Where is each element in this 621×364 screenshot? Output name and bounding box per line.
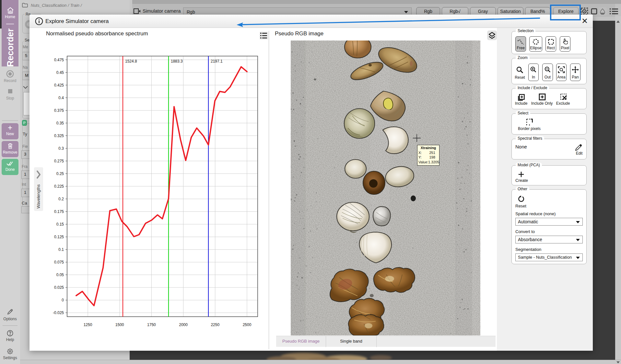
svg-text:0.125: 0.125: [54, 235, 64, 239]
svg-text:0.4: 0.4: [58, 96, 64, 100]
svg-text:0.2: 0.2: [58, 197, 64, 201]
svg-text:0.375: 0.375: [54, 108, 64, 113]
svg-text:2250: 2250: [211, 323, 219, 327]
svg-text:0.05: 0.05: [56, 273, 64, 277]
svg-text:1500: 1500: [115, 323, 124, 327]
svg-text:0.425: 0.425: [54, 83, 64, 88]
svg-text:0.45: 0.45: [56, 70, 64, 75]
svg-text:2197.1: 2197.1: [211, 59, 223, 64]
svg-text:0.225: 0.225: [54, 184, 64, 189]
svg-text:0.325: 0.325: [54, 134, 64, 138]
svg-text:0: 0: [62, 298, 64, 302]
svg-text:1750: 1750: [147, 323, 156, 327]
svg-text:0.35: 0.35: [56, 121, 64, 125]
svg-text:1250: 1250: [84, 323, 92, 327]
svg-text:0.1: 0.1: [58, 247, 64, 252]
svg-text:0.175: 0.175: [54, 209, 64, 214]
svg-text:0.3: 0.3: [58, 146, 64, 151]
svg-text:0.15: 0.15: [56, 222, 64, 227]
svg-text:2000: 2000: [179, 323, 188, 327]
svg-text:0.275: 0.275: [54, 159, 64, 163]
svg-text:0.25: 0.25: [56, 171, 64, 176]
svg-text:1524.8: 1524.8: [125, 59, 137, 64]
svg-text:0.025: 0.025: [54, 285, 64, 290]
svg-text:1883.3: 1883.3: [171, 59, 183, 64]
svg-text:-0.025: -0.025: [53, 311, 64, 315]
svg-text:0.475: 0.475: [54, 58, 64, 62]
svg-text:2500: 2500: [243, 323, 252, 327]
svg-text:0.075: 0.075: [54, 260, 64, 264]
